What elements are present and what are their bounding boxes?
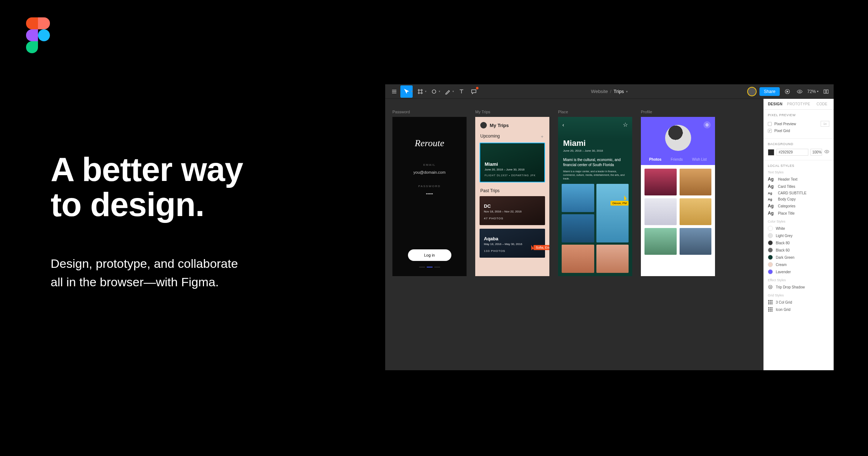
frame-password[interactable]: Reroute EMAIL you@domain.com PASSWORD ••… [392,117,467,276]
chevron-down-icon[interactable]: ▾ [439,90,440,93]
tab-design[interactable]: DESIGN [763,99,787,109]
panel-toggle-icon[interactable] [821,87,831,96]
svg-point-6 [769,285,772,289]
view-icon[interactable] [795,87,804,96]
text-style-row[interactable]: AgPlace Title [768,210,829,217]
app-brand: Reroute [415,138,444,149]
app-toolbar: ▾ ▾ ▾ ▾ Website / Trips ▾ Sha [385,84,834,99]
email-label: EMAIL [423,163,435,166]
text-style-row[interactable]: AgCategories [768,202,829,210]
background-swatch[interactable] [768,149,774,156]
shape-tool-icon[interactable] [428,85,440,98]
background-opacity-input[interactable]: 100% [810,149,822,156]
page-indicator [419,267,440,267]
text-style-row[interactable]: AgCARD SUBTITLE [768,190,829,196]
frame-label[interactable]: Profile [641,110,715,114]
panel-tabs: DESIGN PROTOTYPE CODE [763,99,834,110]
text-style-row[interactable]: AgCard Titles [768,183,829,190]
tab-code[interactable]: CODE [810,99,834,109]
canvas[interactable]: Password Reroute EMAIL you@domain.com PA… [385,99,763,370]
share-button[interactable]: Share [760,87,780,96]
hero: A better way to design. Design, prototyp… [51,152,347,291]
frame-my-trips[interactable]: My Trips Upcoming ＋ Miami June 20, 2018 … [475,117,549,276]
svg-rect-9 [770,300,771,301]
chevron-down-icon[interactable]: ▾ [452,90,454,93]
frame-label[interactable]: Place [558,110,632,114]
figma-logo [26,17,50,54]
photo-grid [558,184,632,273]
breadcrumb-file[interactable]: Trips [613,89,624,94]
svg-rect-15 [770,303,771,304]
background-section: BACKGROUND #292929 100% [763,139,834,160]
color-style-row[interactable]: Black 80 [768,239,829,246]
svg-point-5 [826,151,827,152]
svg-rect-20 [768,309,769,310]
breadcrumb[interactable]: Website / Trips ▾ [591,89,628,94]
color-style-row[interactable]: Dark Green [768,254,829,261]
password-field: ••••• [426,191,433,196]
tab-photos: Photos [649,157,661,161]
color-style-row[interactable]: White [768,225,829,232]
multiplayer-label: Devon, PM [610,201,629,206]
plus-icon: ＋ [540,134,544,140]
pixel-preview-scale[interactable]: 1x [821,121,829,127]
pen-tool-icon[interactable] [442,85,454,98]
password-label: PASSWORD [418,185,441,188]
effect-style-row[interactable]: Trip Drop Shadow [768,283,829,291]
svg-point-7 [770,286,771,288]
text-style-row[interactable]: AgHeader Text [768,176,829,183]
text-tool-icon[interactable] [455,85,468,98]
grid-style-row[interactable]: 3 Col Grid [768,299,829,306]
grid-style-row[interactable]: Icon Grid [768,306,829,313]
background-hex-input[interactable]: #292929 [776,149,808,156]
frame-label[interactable]: My Trips [475,110,549,114]
trip-card-aqaba: Aqaba May 18, 2016 – May 30, 2016 133 PH… [480,229,545,258]
tab-prototype[interactable]: PROTOTYPE [787,99,810,109]
svg-rect-19 [771,307,773,308]
gear-icon: ⚙ [703,121,711,128]
present-icon[interactable] [783,87,792,96]
trip-card-miami: Miami June 20, 2018 – June 30, 2018 FLIG… [480,143,545,182]
tab-friends: Friends [671,157,682,161]
place-title: Miami [558,139,632,148]
svg-rect-22 [771,309,773,310]
chevron-down-icon[interactable]: ▾ [425,90,426,93]
frame-label[interactable]: Password [392,110,467,114]
effect-icon [768,284,773,290]
color-style-row[interactable]: Cream [768,261,829,268]
frame-tool-icon[interactable] [414,85,426,98]
color-style-row[interactable]: Light Grey [768,232,829,239]
pixel-grid-checkbox[interactable]: Pixel Grid [768,128,829,134]
chevron-down-icon[interactable]: ▾ [411,90,413,93]
color-style-row[interactable]: Black 60 [768,246,829,254]
svg-rect-11 [768,302,769,303]
text-style-row[interactable]: AgBody Copy [768,196,829,202]
color-style-row[interactable]: Lavender [768,268,829,275]
login-button: Log in [408,249,451,261]
profile-avatar [665,125,691,151]
frame-place[interactable]: ‹ ☆ Miami June 20, 2018 – June 30, 2018 … [558,117,632,276]
grid-icon [768,300,773,305]
svg-rect-13 [771,302,773,303]
move-tool-icon[interactable] [400,85,413,98]
visibility-icon[interactable] [824,149,829,155]
svg-point-2 [799,91,800,92]
zoom-level[interactable]: 72%▾ [807,89,818,94]
hero-subtitle: Design, prototype, and collaborate all i… [51,254,347,291]
breadcrumb-project[interactable]: Website [591,89,608,94]
svg-rect-3 [824,90,826,93]
svg-rect-8 [768,300,769,301]
place-desc: Miami is the cultural, economic, and fin… [558,156,632,170]
comment-tool-icon[interactable] [468,85,480,98]
chevron-down-icon[interactable]: ▾ [626,90,628,93]
frame-profile[interactable]: ⚙ Photos Friends Wish List [641,117,715,276]
hero-title: A better way to design. [51,152,347,222]
user-avatar[interactable] [747,87,757,96]
svg-rect-14 [768,303,769,304]
svg-rect-24 [770,311,771,312]
pixel-preview-section: PIXEL PREVIEW Pixel Preview 1x Pixel Gri… [763,110,834,139]
menu-icon[interactable] [388,85,400,98]
trip-card-dc: DC Nov 18, 2016 – Nov 22, 2016 47 PHOTOS [480,196,545,225]
pixel-preview-checkbox[interactable]: Pixel Preview 1x [768,120,829,128]
back-icon: ‹ [562,122,564,128]
